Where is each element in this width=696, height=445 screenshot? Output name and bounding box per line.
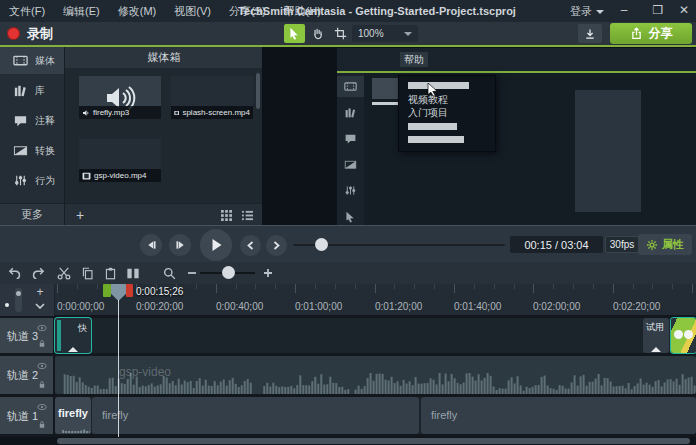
behaviors-icon	[13, 173, 28, 188]
scrollbar-thumb[interactable]	[57, 438, 690, 444]
record-button[interactable]: 录制	[7, 25, 53, 42]
cut-button[interactable]	[55, 264, 73, 282]
menu-item-placeholder	[408, 123, 457, 130]
menu-view[interactable]: 视图(V)	[165, 0, 220, 22]
crop-tool-button[interactable]	[330, 24, 351, 43]
zoom-in-button[interactable]	[259, 264, 277, 282]
copy-button[interactable]	[78, 264, 96, 282]
paste-button[interactable]	[101, 264, 119, 282]
preview-canvas[interactable]: 帮助	[262, 47, 696, 225]
track-1-lane[interactable]: firefly firefly firefly	[55, 397, 696, 434]
sidebar-item-library[interactable]: 库	[0, 77, 64, 104]
eye-icon[interactable]	[37, 403, 47, 411]
selection-in-handle[interactable]	[103, 284, 111, 297]
playhead-timecode: 0:00:15;26	[136, 286, 183, 297]
play-icon	[210, 238, 223, 252]
add-track-button[interactable]: +	[32, 285, 48, 299]
track2-clip-gsp-video[interactable]: gsp-video	[55, 356, 696, 394]
zoom-out-button[interactable]	[183, 264, 201, 282]
fps-display[interactable]: 30fps	[605, 236, 639, 253]
properties-button[interactable]: 属性	[638, 234, 692, 255]
eye-icon[interactable]	[37, 362, 47, 370]
lock-icon[interactable]	[38, 380, 46, 389]
sidebar-item-behaviors[interactable]: 行为	[0, 167, 64, 194]
help-menu-item-tutorials: 视频教程	[408, 93, 448, 107]
login-button[interactable]: 登录	[570, 0, 604, 22]
timeline-horizontal-scrollbar[interactable]	[0, 437, 696, 445]
timeline-zoom-slider-thumb[interactable]	[222, 266, 235, 279]
track-3-lane[interactable]: 快 试用	[55, 318, 696, 353]
lock-icon[interactable]	[38, 420, 46, 429]
track1-clip-firefly-1[interactable]: firefly	[55, 397, 91, 434]
track-3-header[interactable]: 轨道 3	[0, 318, 55, 353]
share-button[interactable]: 分享	[610, 23, 692, 44]
clip-properties-arrow-icon[interactable]	[68, 347, 78, 352]
chevron-right-icon	[273, 241, 280, 250]
preview-video-frame: 帮助	[337, 48, 696, 225]
cursor-tool-button[interactable]	[284, 24, 305, 43]
menu-item-placeholder	[408, 136, 464, 143]
preview-mini-sidebar	[337, 73, 364, 225]
close-button[interactable]: ✕	[672, 0, 696, 22]
maximize-button[interactable]: ❒	[646, 0, 670, 22]
preview-help-dropdown: 视频教程 入门项目	[398, 75, 496, 152]
track-2-lane[interactable]: gsp-video	[55, 356, 696, 394]
ruler-tick-label: 0:01:40;00	[454, 301, 501, 312]
chevron-down-icon[interactable]	[35, 303, 45, 309]
crop-icon	[334, 27, 347, 40]
lock-icon[interactable]	[38, 339, 46, 348]
track-1-header[interactable]: 轨道 1	[0, 397, 55, 434]
timecode-display: 00:15 / 03:04	[510, 236, 603, 253]
help-menu-item-starter: 入门项目	[408, 106, 448, 120]
sidebar-item-media[interactable]: 媒体	[0, 47, 64, 74]
add-media-button[interactable]: +	[71, 206, 89, 224]
canvas-zoom-select[interactable]: 100%	[352, 25, 418, 42]
minimize-button[interactable]: –	[612, 0, 636, 22]
magnifier-icon	[163, 267, 176, 280]
sidebar-item-transitions[interactable]: 转换	[0, 137, 64, 164]
play-button[interactable]	[200, 229, 232, 261]
clip-selection-edge[interactable]	[57, 320, 61, 351]
menu-file[interactable]: 文件(F)	[0, 0, 54, 22]
next-frame-button[interactable]	[169, 234, 191, 256]
list-view-button[interactable]	[240, 208, 255, 222]
media-bin-panel: 媒体箱 firefly.mp3 splash-screen.mp4 gsp-vi…	[64, 47, 262, 225]
record-icon	[7, 27, 20, 40]
share-icon	[630, 27, 643, 40]
plus-icon	[263, 268, 273, 278]
playhead-marker[interactable]	[111, 284, 126, 301]
eye-icon[interactable]	[37, 324, 47, 332]
track-3-row: 轨道 3 快 试用	[0, 318, 696, 353]
track-2-header[interactable]: 轨道 2	[0, 356, 55, 394]
sidebar-more-button[interactable]: 更多	[0, 203, 64, 225]
timeline-ruler[interactable]: 0:00:00;00 0:00:20;00 0:00:40;00 0:01:00…	[55, 284, 696, 316]
grid-view-button[interactable]	[219, 208, 234, 222]
track-options-dot[interactable]	[5, 303, 9, 307]
undo-button[interactable]	[6, 264, 24, 282]
track-height-slider[interactable]	[15, 288, 22, 312]
pan-tool-button[interactable]	[307, 24, 328, 43]
download-button[interactable]	[578, 24, 602, 43]
ruler-tick-label: 0:00:00;00	[57, 301, 104, 312]
previous-frame-button[interactable]	[140, 234, 162, 256]
media-bin-footer: +	[65, 203, 263, 225]
jump-back-button[interactable]	[240, 235, 261, 256]
media-bin-scrollbar[interactable]	[256, 73, 260, 109]
sidebar-item-annotations[interactable]: 注释	[0, 107, 64, 134]
track1-clip-firefly-3[interactable]: firefly	[421, 397, 696, 434]
track3-clip-art[interactable]	[671, 318, 696, 353]
selection-out-handle[interactable]	[126, 284, 133, 297]
seek-slider-thumb[interactable]	[315, 238, 328, 251]
jump-forward-button[interactable]	[266, 235, 287, 256]
playhead-line[interactable]	[118, 300, 119, 437]
menu-modify[interactable]: 修改(M)	[109, 0, 166, 22]
clip-properties-arrow-icon[interactable]	[651, 347, 661, 352]
menu-edit[interactable]: 编辑(E)	[54, 0, 109, 22]
track3-clip-trial[interactable]: 试用	[643, 318, 669, 353]
timeline-zoom-button[interactable]	[160, 264, 178, 282]
ruler-tick-label: 0:00:40;00	[216, 301, 263, 312]
redo-button[interactable]	[29, 264, 47, 282]
split-button[interactable]	[124, 264, 142, 282]
track3-clip-intro[interactable]: 快	[55, 318, 91, 353]
track1-clip-firefly-2[interactable]: firefly	[92, 397, 419, 434]
